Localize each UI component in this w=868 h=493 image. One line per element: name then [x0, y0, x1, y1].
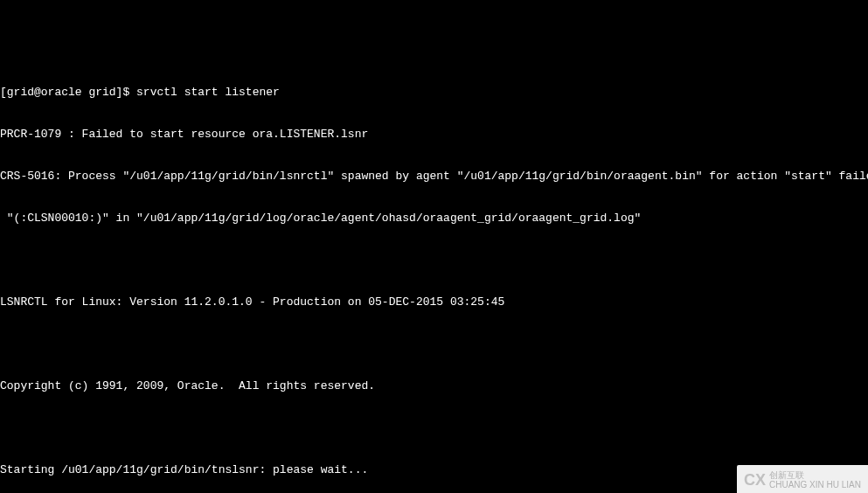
terminal-line: [grid@oracle grid]$ srvctl start listene…	[0, 86, 868, 100]
watermark-text-en: CHUANG XIN HU LIAN	[769, 480, 861, 490]
terminal-line: PRCR-1079 : Failed to start resource ora…	[0, 128, 868, 142]
terminal-line	[0, 337, 868, 351]
watermark-text-cn: 创新互联	[769, 470, 861, 480]
watermark-badge: CX 创新互联 CHUANG XIN HU LIAN	[737, 465, 868, 493]
terminal-line: Copyright (c) 1991, 2009, Oracle. All ri…	[0, 379, 868, 393]
terminal-line	[0, 253, 868, 267]
terminal-line: LSNRCTL for Linux: Version 11.2.0.1.0 - …	[0, 295, 868, 309]
watermark-logo-icon: CX	[744, 472, 766, 488]
terminal-line: CRS-5016: Process "/u01/app/11g/grid/bin…	[0, 170, 868, 184]
terminal-line: "(:CLSN00010:)" in "/u01/app/11g/grid/lo…	[0, 212, 868, 226]
terminal-line	[0, 421, 868, 435]
terminal-output[interactable]: [grid@oracle grid]$ srvctl start listene…	[0, 56, 868, 493]
